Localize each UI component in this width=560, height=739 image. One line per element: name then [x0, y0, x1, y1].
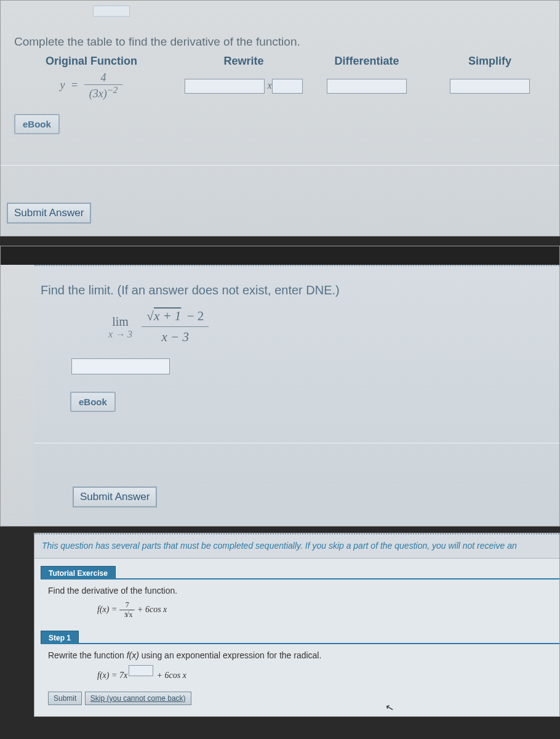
- problem-1-panel: Complete the table to find the derivativ…: [0, 0, 560, 236]
- orig-num: 4: [84, 71, 123, 85]
- header-original: Original Function: [1, 55, 182, 68]
- rewrite-lhs: f(x) = 7x: [97, 671, 127, 680]
- sqrt-inner: x + 1: [154, 309, 184, 323]
- fx-rad: x: [129, 610, 132, 619]
- step-rewrite-expr: f(x) = 7x + 6cos x: [97, 665, 553, 680]
- table-data-row: y = 4 (3x)−2 x: [1, 71, 559, 100]
- problem-3-panel: This question has several parts that mus…: [34, 533, 560, 717]
- limit-answer-input[interactable]: [71, 358, 170, 374]
- orig-fraction: 4 (3x)−2: [84, 71, 123, 100]
- step-bar: Step 1: [41, 631, 559, 644]
- step-text-a: Rewrite the function: [48, 650, 127, 660]
- exponent-input[interactable]: [129, 665, 153, 676]
- differentiate-input[interactable]: [327, 79, 407, 94]
- skip-label: Skip (you cannot come back): [90, 694, 186, 703]
- submit-answer-button[interactable]: Submit Answer: [7, 203, 91, 224]
- rewrite-input[interactable]: [185, 79, 265, 94]
- lim-fraction: √x + 1 − 2 x − 3: [142, 307, 209, 347]
- step-buttons: Submit Skip (you cannot come back): [48, 692, 553, 705]
- orig-eq: =: [71, 79, 78, 91]
- simplify-cell: [428, 79, 551, 94]
- step-fx: f(x): [127, 650, 139, 660]
- tutorial-tab-label: Tutorial Exercise: [41, 566, 116, 579]
- fx-fraction: 7 3√x: [119, 600, 135, 620]
- tutorial-bar: Tutorial Exercise: [41, 566, 559, 579]
- top-small-input[interactable]: [93, 6, 130, 17]
- original-function-cell: y = 4 (3x)−2: [1, 71, 182, 100]
- ebook-button-2[interactable]: eBook: [70, 392, 116, 412]
- fx-den: 3√x: [119, 610, 135, 620]
- problem-2-panel: Find the limit. (If an answer does not e…: [0, 246, 560, 527]
- cuberoot-exp: 3: [124, 612, 127, 618]
- fx-tail: + 6cos x: [137, 605, 167, 614]
- submit-answer-button-2[interactable]: Submit Answer: [73, 487, 157, 507]
- step-tab-label: Step 1: [41, 631, 79, 644]
- problem1-instruction: Complete the table to find the derivativ…: [14, 35, 559, 49]
- header-differentiate: Differentiate: [305, 55, 428, 68]
- rewrite-cell: x: [182, 79, 305, 94]
- num-tail: − 2: [183, 309, 204, 323]
- fx-num: 7: [119, 600, 135, 610]
- header-simplify: Simplify: [428, 55, 551, 68]
- rewrite-xlabel: x: [267, 80, 271, 91]
- rewrite-tail: + 6cos x: [154, 671, 186, 680]
- lim-word: lim: [108, 315, 132, 329]
- orig-den-base: (3x): [89, 87, 107, 100]
- orig-den-exp: −2: [107, 85, 118, 95]
- skip-step-button[interactable]: Skip (you cannot come back): [85, 692, 191, 705]
- sqrt-icon: √: [146, 309, 154, 323]
- step-instruction: Rewrite the function f(x) using an expon…: [48, 650, 553, 660]
- tutorial-function: f(x) = 7 3√x + 6cos x: [97, 600, 553, 620]
- fx-label: f(x) =: [97, 605, 119, 614]
- ebook-button[interactable]: eBook: [14, 114, 60, 134]
- step-text-b: using an exponential expression for the …: [139, 650, 322, 660]
- differentiate-cell: [305, 79, 428, 94]
- orig-lhs: y: [60, 79, 65, 91]
- header-rewrite: Rewrite: [182, 55, 305, 68]
- orig-den: (3x)−2: [84, 85, 123, 100]
- lim-approach: x → 3: [108, 329, 132, 340]
- lim-numerator: √x + 1 − 2: [142, 307, 209, 327]
- rewrite-exp-input[interactable]: [272, 79, 303, 94]
- simplify-input[interactable]: [450, 79, 530, 94]
- problem2-instruction: Find the limit. (If an answer does not e…: [41, 283, 559, 297]
- lim-denominator: x − 3: [142, 327, 209, 347]
- submit-step-button[interactable]: Submit: [48, 692, 82, 705]
- tutorial-instruction: Find the derivative of the function.: [48, 586, 553, 596]
- limit-expression: lim x → 3 √x + 1 − 2 x − 3: [108, 307, 559, 347]
- lim-operator: lim x → 3: [108, 315, 132, 340]
- table-header-row: Original Function Rewrite Differentiate …: [1, 55, 559, 68]
- sequential-warning: This question has several parts that mus…: [34, 533, 559, 559]
